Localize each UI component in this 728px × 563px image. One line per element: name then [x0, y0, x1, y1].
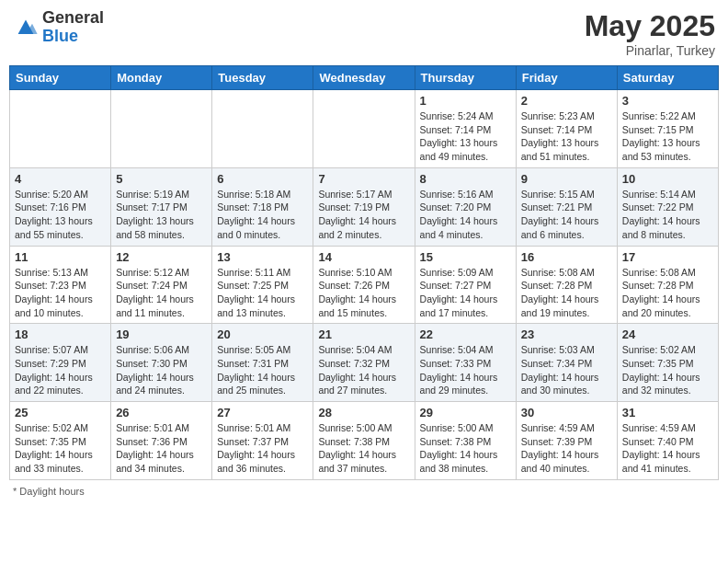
page-header: General Blue May 2025 Pinarlar, Turkey: [9, 9, 719, 58]
day-info: Sunrise: 5:17 AM Sunset: 7:19 PM Dayligh…: [318, 188, 409, 242]
table-row: 6Sunrise: 5:18 AM Sunset: 7:18 PM Daylig…: [212, 167, 313, 246]
table-row: 22Sunrise: 5:04 AM Sunset: 7:33 PM Dayli…: [415, 324, 516, 402]
day-number: 25: [15, 406, 106, 419]
table-row: 8Sunrise: 5:16 AM Sunset: 7:20 PM Daylig…: [415, 167, 516, 246]
day-number: 21: [318, 327, 409, 341]
table-row: 24Sunrise: 5:02 AM Sunset: 7:35 PM Dayli…: [617, 324, 718, 402]
table-row: 25Sunrise: 5:02 AM Sunset: 7:35 PM Dayli…: [10, 402, 111, 480]
table-row: 15Sunrise: 5:09 AM Sunset: 7:27 PM Dayli…: [415, 246, 516, 324]
day-number: 13: [217, 250, 308, 264]
calendar-week-row: 4Sunrise: 5:20 AM Sunset: 7:16 PM Daylig…: [10, 167, 719, 246]
table-row: 28Sunrise: 5:00 AM Sunset: 7:38 PM Dayli…: [313, 402, 415, 480]
day-number: 7: [318, 172, 409, 186]
table-row: [10, 90, 111, 168]
day-info: Sunrise: 5:09 AM Sunset: 7:27 PM Dayligh…: [420, 266, 511, 320]
table-row: 26Sunrise: 5:01 AM Sunset: 7:36 PM Dayli…: [111, 402, 212, 480]
day-number: 12: [116, 250, 207, 264]
logo-general-text: General: [42, 9, 104, 28]
day-info: Sunrise: 5:06 AM Sunset: 7:30 PM Dayligh…: [116, 343, 207, 397]
day-number: 26: [116, 406, 207, 419]
day-info: Sunrise: 5:14 AM Sunset: 7:22 PM Dayligh…: [622, 188, 713, 242]
day-info: Sunrise: 5:13 AM Sunset: 7:23 PM Dayligh…: [15, 266, 106, 320]
table-row: 4Sunrise: 5:20 AM Sunset: 7:16 PM Daylig…: [10, 167, 111, 246]
table-row: 5Sunrise: 5:19 AM Sunset: 7:17 PM Daylig…: [111, 167, 212, 246]
table-row: 30Sunrise: 4:59 AM Sunset: 7:39 PM Dayli…: [516, 402, 617, 480]
day-header-friday: Friday: [516, 66, 617, 90]
logo-blue-text: Blue: [42, 28, 104, 46]
day-info: Sunrise: 5:19 AM Sunset: 7:17 PM Dayligh…: [116, 188, 207, 242]
day-header-saturday: Saturday: [617, 66, 718, 90]
day-info: Sunrise: 4:59 AM Sunset: 7:40 PM Dayligh…: [622, 421, 713, 476]
day-number: 17: [622, 250, 713, 264]
table-row: 9Sunrise: 5:15 AM Sunset: 7:21 PM Daylig…: [516, 167, 617, 246]
table-row: 3Sunrise: 5:22 AM Sunset: 7:15 PM Daylig…: [617, 90, 718, 168]
day-number: 10: [622, 172, 713, 186]
day-info: Sunrise: 5:24 AM Sunset: 7:14 PM Dayligh…: [420, 109, 511, 164]
day-number: 1: [420, 94, 511, 108]
day-info: Sunrise: 5:23 AM Sunset: 7:14 PM Dayligh…: [521, 109, 612, 164]
day-info: Sunrise: 5:20 AM Sunset: 7:16 PM Dayligh…: [15, 188, 106, 242]
day-info: Sunrise: 5:07 AM Sunset: 7:29 PM Dayligh…: [15, 343, 106, 397]
day-info: Sunrise: 5:05 AM Sunset: 7:31 PM Dayligh…: [217, 343, 308, 397]
day-info: Sunrise: 5:22 AM Sunset: 7:15 PM Dayligh…: [622, 109, 713, 164]
day-info: Sunrise: 5:04 AM Sunset: 7:32 PM Dayligh…: [318, 343, 409, 397]
day-number: 3: [622, 94, 713, 108]
table-row: [111, 90, 212, 168]
day-number: 22: [420, 327, 511, 341]
table-row: 10Sunrise: 5:14 AM Sunset: 7:22 PM Dayli…: [617, 167, 718, 246]
day-info: Sunrise: 5:16 AM Sunset: 7:20 PM Dayligh…: [420, 188, 511, 242]
day-number: 16: [521, 250, 612, 264]
day-number: 8: [420, 172, 511, 186]
table-row: [313, 90, 415, 168]
day-info: Sunrise: 5:02 AM Sunset: 7:35 PM Dayligh…: [622, 343, 713, 397]
day-number: 24: [622, 327, 713, 341]
table-row: 23Sunrise: 5:03 AM Sunset: 7:34 PM Dayli…: [516, 324, 617, 402]
table-row: 1Sunrise: 5:24 AM Sunset: 7:14 PM Daylig…: [415, 90, 516, 168]
day-info: Sunrise: 5:00 AM Sunset: 7:38 PM Dayligh…: [318, 421, 409, 476]
day-number: 27: [217, 406, 308, 419]
calendar-week-row: 25Sunrise: 5:02 AM Sunset: 7:35 PM Dayli…: [10, 402, 719, 480]
day-number: 19: [116, 327, 207, 341]
day-number: 11: [15, 250, 106, 264]
logo-icon: [13, 15, 39, 40]
calendar-week-row: 1Sunrise: 5:24 AM Sunset: 7:14 PM Daylig…: [10, 90, 719, 168]
daylight-label: Daylight hours: [19, 486, 84, 497]
table-row: 20Sunrise: 5:05 AM Sunset: 7:31 PM Dayli…: [212, 324, 313, 402]
table-row: 27Sunrise: 5:01 AM Sunset: 7:37 PM Dayli…: [212, 402, 313, 480]
day-info: Sunrise: 5:00 AM Sunset: 7:38 PM Dayligh…: [420, 421, 511, 476]
table-row: 7Sunrise: 5:17 AM Sunset: 7:19 PM Daylig…: [313, 167, 415, 246]
day-number: 30: [521, 406, 612, 419]
day-number: 5: [116, 172, 207, 186]
day-header-monday: Monday: [111, 66, 212, 90]
day-number: 31: [622, 406, 713, 419]
calendar-week-row: 11Sunrise: 5:13 AM Sunset: 7:23 PM Dayli…: [10, 246, 719, 324]
month-title: May 2025: [585, 9, 715, 43]
day-header-sunday: Sunday: [10, 66, 111, 90]
title-block: May 2025 Pinarlar, Turkey: [585, 9, 715, 58]
logo: General Blue: [13, 9, 104, 46]
day-number: 6: [217, 172, 308, 186]
day-header-thursday: Thursday: [415, 66, 516, 90]
day-number: 14: [318, 250, 409, 264]
table-row: 14Sunrise: 5:10 AM Sunset: 7:26 PM Dayli…: [313, 246, 415, 324]
day-number: 18: [15, 327, 106, 341]
day-number: 29: [420, 406, 511, 419]
calendar-table: SundayMondayTuesdayWednesdayThursdayFrid…: [9, 65, 719, 480]
day-header-tuesday: Tuesday: [212, 66, 313, 90]
day-info: Sunrise: 5:11 AM Sunset: 7:25 PM Dayligh…: [217, 266, 308, 320]
day-info: Sunrise: 5:03 AM Sunset: 7:34 PM Dayligh…: [521, 343, 612, 397]
table-row: 13Sunrise: 5:11 AM Sunset: 7:25 PM Dayli…: [212, 246, 313, 324]
day-info: Sunrise: 5:10 AM Sunset: 7:26 PM Dayligh…: [318, 266, 409, 320]
day-info: Sunrise: 5:08 AM Sunset: 7:28 PM Dayligh…: [521, 266, 612, 320]
table-row: 19Sunrise: 5:06 AM Sunset: 7:30 PM Dayli…: [111, 324, 212, 402]
table-row: 29Sunrise: 5:00 AM Sunset: 7:38 PM Dayli…: [415, 402, 516, 480]
day-number: 28: [318, 406, 409, 419]
footer-note: * Daylight hours: [9, 486, 719, 497]
day-info: Sunrise: 5:12 AM Sunset: 7:24 PM Dayligh…: [116, 266, 207, 320]
table-row: 2Sunrise: 5:23 AM Sunset: 7:14 PM Daylig…: [516, 90, 617, 168]
day-number: 20: [217, 327, 308, 341]
day-number: 15: [420, 250, 511, 264]
table-row: 16Sunrise: 5:08 AM Sunset: 7:28 PM Dayli…: [516, 246, 617, 324]
day-info: Sunrise: 5:15 AM Sunset: 7:21 PM Dayligh…: [521, 188, 612, 242]
day-number: 23: [521, 327, 612, 341]
